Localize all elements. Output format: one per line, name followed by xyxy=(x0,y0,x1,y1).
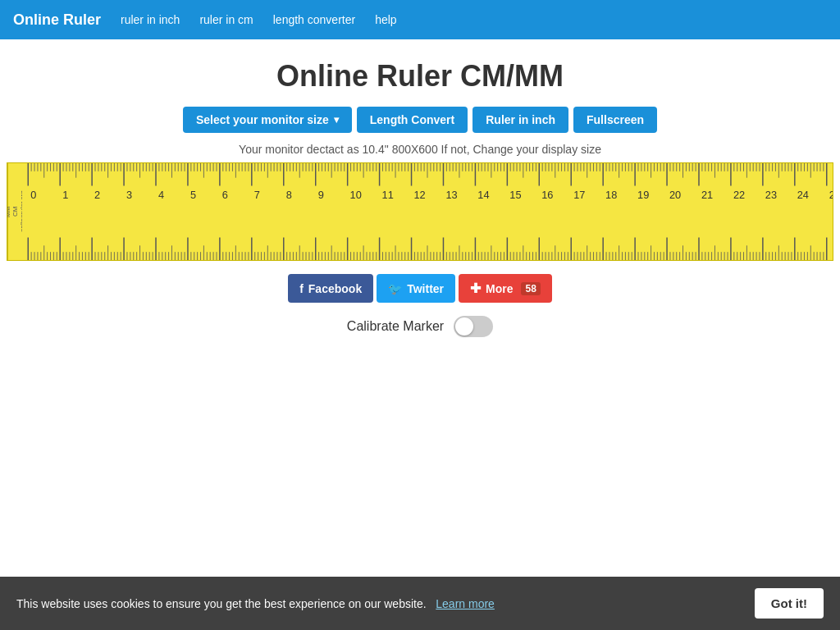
nav-link-help[interactable]: help xyxy=(375,13,396,26)
svg-text:10: 10 xyxy=(350,189,362,201)
svg-text:25: 25 xyxy=(829,189,833,201)
svg-text:22: 22 xyxy=(733,189,745,201)
twitter-label: Twitter xyxy=(407,282,444,295)
svg-text:6: 6 xyxy=(222,189,228,201)
ruler-container: MM CM onlineruler.org 012345678910111213… xyxy=(7,162,833,261)
ruler-inch-button[interactable]: Ruler in inch xyxy=(472,107,568,133)
calibrate-label: Calibrate Marker xyxy=(347,319,444,334)
page-title: Online Ruler CM/MM xyxy=(0,39,840,107)
nav-link-converter[interactable]: length converter xyxy=(273,13,355,26)
svg-text:13: 13 xyxy=(445,189,457,201)
social-bar: f Facebook 🐦 Twitter ✚ More 58 xyxy=(0,274,840,303)
ruler-cm-label: CM xyxy=(11,207,19,217)
svg-text:2: 2 xyxy=(94,189,100,201)
more-count: 58 xyxy=(521,282,540,295)
ruler-svg: 0123456789101112131415161718192021222324… xyxy=(22,163,833,260)
monitor-size-button[interactable]: Select your monitor size xyxy=(183,107,352,133)
svg-text:8: 8 xyxy=(286,189,292,201)
info-text: Your monitor dectact as 10.4" 800X600 If… xyxy=(0,143,840,156)
svg-text:12: 12 xyxy=(413,189,425,201)
more-label: More xyxy=(486,282,513,295)
svg-text:19: 19 xyxy=(637,189,649,201)
twitter-icon: 🐦 xyxy=(388,282,402,295)
facebook-icon: f xyxy=(299,282,304,295)
svg-text:4: 4 xyxy=(158,189,164,201)
calibrate-toggle[interactable] xyxy=(454,316,493,337)
nav-link-cm[interactable]: ruler in cm xyxy=(199,13,253,26)
svg-text:18: 18 xyxy=(605,189,617,201)
svg-text:24: 24 xyxy=(797,189,809,201)
svg-text:3: 3 xyxy=(126,189,132,201)
navbar: Online Ruler ruler in inch ruler in cm l… xyxy=(0,0,840,39)
svg-text:23: 23 xyxy=(765,189,777,201)
svg-text:9: 9 xyxy=(318,189,324,201)
svg-text:14: 14 xyxy=(477,189,489,201)
svg-text:15: 15 xyxy=(509,189,521,201)
toolbar: Select your monitor size Length Convert … xyxy=(0,107,840,133)
fullscreen-button[interactable]: Fullscreen xyxy=(573,107,657,133)
svg-text:7: 7 xyxy=(254,189,260,201)
ruler-side-label: MM CM onlineruler.org xyxy=(7,163,22,260)
brand-logo[interactable]: Online Ruler xyxy=(13,11,101,29)
svg-text:20: 20 xyxy=(669,189,681,201)
svg-text:1: 1 xyxy=(62,189,68,201)
more-button[interactable]: ✚ More 58 xyxy=(459,274,552,303)
svg-text:5: 5 xyxy=(190,189,196,201)
svg-text:17: 17 xyxy=(573,189,585,201)
ruler-area: 0123456789101112131415161718192021222324… xyxy=(22,163,833,260)
nav-link-inch[interactable]: ruler in inch xyxy=(121,13,180,26)
svg-text:16: 16 xyxy=(541,189,553,201)
svg-text:0: 0 xyxy=(30,189,36,201)
calibrate-section: Calibrate Marker xyxy=(0,316,840,337)
facebook-label: Facebook xyxy=(308,282,362,295)
plus-icon: ✚ xyxy=(470,281,481,296)
facebook-button[interactable]: f Facebook xyxy=(288,274,373,303)
twitter-button[interactable]: 🐦 Twitter xyxy=(377,274,455,303)
length-convert-button[interactable]: Length Convert xyxy=(357,107,468,133)
svg-text:11: 11 xyxy=(382,189,394,201)
svg-text:21: 21 xyxy=(701,189,713,201)
